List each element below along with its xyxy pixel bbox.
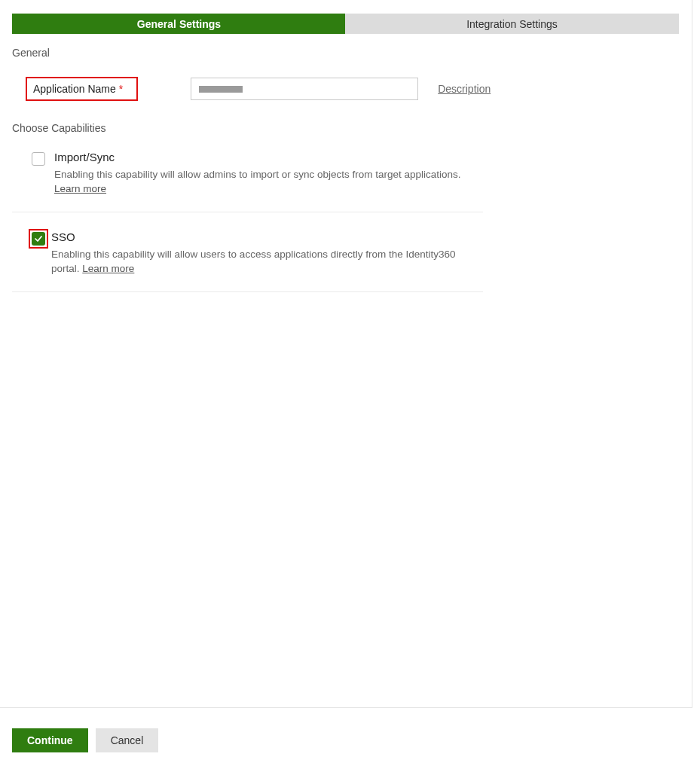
- description-link[interactable]: Description: [438, 83, 491, 95]
- cancel-button[interactable]: Cancel: [96, 728, 159, 752]
- tab-general-settings[interactable]: General Settings: [12, 14, 346, 34]
- tab-integration-settings[interactable]: Integration Settings: [345, 14, 679, 34]
- footer-separator: [0, 707, 692, 708]
- required-asterisk: *: [119, 83, 123, 95]
- application-name-row: Application Name * Description: [12, 77, 679, 101]
- content-area: General Application Name * Description C…: [12, 44, 679, 310]
- continue-button[interactable]: Continue: [12, 728, 88, 752]
- check-icon: [34, 234, 43, 243]
- capability-description: Enabling this capability will allow admi…: [54, 168, 483, 197]
- right-border-line: [692, 0, 692, 708]
- checkbox-import-sync[interactable]: [32, 152, 45, 166]
- application-name-input[interactable]: [191, 78, 418, 100]
- capability-title: Import/Sync: [54, 151, 483, 163]
- capability-description: Enabling this capability will allow user…: [51, 248, 483, 276]
- capability-import-sync: Import/Sync Enabling this capability wil…: [12, 151, 483, 212]
- capability-sso: SSO Enabling this capability will allow …: [12, 230, 483, 292]
- checkbox-sso-highlight[interactable]: [29, 229, 48, 249]
- section-general-title: General: [12, 47, 679, 59]
- tab-label: General Settings: [137, 18, 221, 30]
- capability-title: SSO: [51, 230, 483, 243]
- learn-more-link[interactable]: Learn more: [82, 263, 134, 274]
- learn-more-link[interactable]: Learn more: [54, 183, 106, 194]
- choose-capabilities-title: Choose Capabilities: [12, 122, 679, 134]
- footer-buttons: Continue Cancel: [12, 728, 158, 752]
- application-name-label: Application Name: [33, 83, 116, 95]
- tab-label: Integration Settings: [466, 18, 558, 30]
- tabs-stepper: General Settings Integration Settings: [12, 14, 679, 34]
- application-name-label-box: Application Name *: [26, 77, 138, 101]
- checkbox-sso-inner: [32, 232, 45, 246]
- input-placeholder-bar: [199, 86, 243, 93]
